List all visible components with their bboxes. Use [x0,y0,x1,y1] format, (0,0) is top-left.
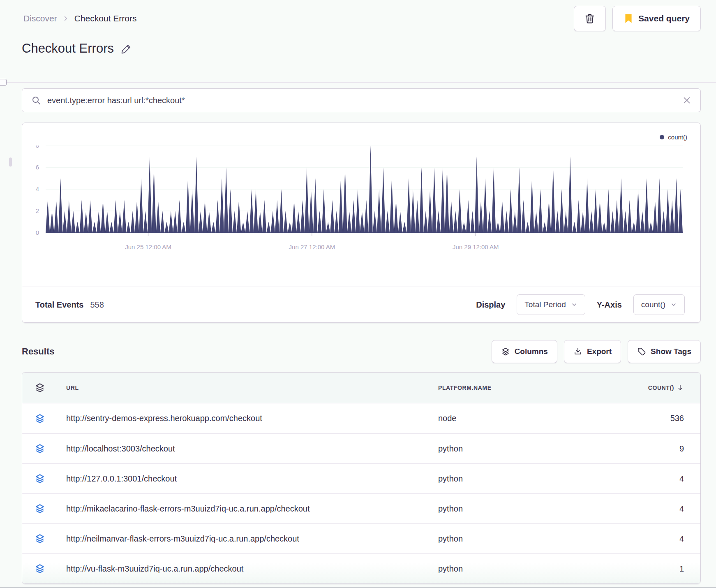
row-count: 4 [594,474,700,484]
row-platform: python [426,444,594,454]
yaxis-dropdown[interactable]: count() [633,294,685,315]
table-row[interactable]: http://mikaelacarino-flask-errors-m3uuiz… [22,493,700,523]
panel-collapse-handle[interactable] [0,79,7,86]
row-platform: python [426,564,594,574]
delete-query-button[interactable] [574,6,606,31]
table-row[interactable]: http://neilmanvar-flask-errors-m3uuizd7i… [22,523,700,553]
saved-query-label: Saved query [638,14,690,23]
columns-button[interactable]: Columns [492,340,557,363]
page-title: Checkout Errors [22,41,114,56]
svg-text:8: 8 [36,146,39,149]
chevron-down-icon [670,301,677,308]
breadcrumb-current: Checkout Errors [74,14,137,23]
chart-footer-controls: Display Total Period Y-Axis count() [476,294,685,315]
row-url[interactable]: http://127.0.0.1:3001/checkout [54,474,426,484]
row-count: 1 [594,564,700,574]
open-event-stack-icon[interactable] [22,563,54,574]
results-heading: Results [22,346,54,357]
results-table: URL PLATFORM.NAME COUNT() http://sentry-… [22,372,701,584]
yaxis-label: Y-Axis [597,300,622,310]
tag-icon [637,347,646,356]
open-event-stack-icon[interactable] [22,473,54,484]
clear-search-icon[interactable] [682,96,691,105]
chart-footer: Total Events 558 Display Total Period Y-… [22,287,700,322]
column-header-url[interactable]: URL [54,384,426,391]
total-events-label: Total Events [35,300,83,310]
row-platform: python [426,504,594,514]
row-url[interactable]: http://sentry-demos-express.herokuapp.co… [54,414,426,423]
events-area-chart: 02468Jun 25 12:00 AMJun 27 12:00 AMJun 2… [22,146,701,255]
export-icon [573,347,582,356]
row-count: 4 [594,534,700,544]
column-header-count-label: COUNT() [648,384,674,391]
legend-label: count() [668,134,687,141]
topbar: Discover Checkout Errors Saved query [23,6,701,31]
sort-desc-arrow-icon [677,384,684,391]
results-header: Results Columns Export Show Tags [22,340,701,363]
row-platform: python [426,474,594,484]
breadcrumb-discover-link[interactable]: Discover [23,14,57,23]
chart-legend-count[interactable]: count() [660,134,687,141]
svg-text:Jun 29 12:00 AM: Jun 29 12:00 AM [453,243,499,250]
row-url[interactable]: http://neilmanvar-flask-errors-m3uuizd7i… [54,534,426,544]
chevron-right-icon [62,15,69,22]
table-row[interactable]: http://sentry-demos-express.herokuapp.co… [22,403,700,433]
saved-query-button[interactable]: Saved query [612,6,701,31]
columns-button-label: Columns [515,347,548,356]
columns-icon [501,347,510,356]
discover-page: Discover Checkout Errors Saved query Che… [0,0,716,588]
column-header-count[interactable]: COUNT() [594,384,700,391]
svg-text:4: 4 [36,185,39,192]
yaxis-dropdown-value: count() [641,300,665,309]
breadcrumb: Discover Checkout Errors [23,14,136,23]
chevron-down-icon [571,301,577,308]
open-event-stack-icon[interactable] [22,533,54,544]
row-url[interactable]: http://localhost:3003/checkout [54,444,426,454]
table-row[interactable]: http://127.0.0.1:3001/checkout python 4 [22,463,700,493]
bookmark-icon [624,13,633,24]
search-query-text: event.type:error has:url url:*checkout* [47,96,185,105]
edit-title-pencil-icon[interactable] [120,42,133,55]
row-count: 536 [594,414,700,423]
display-dropdown[interactable]: Total Period [517,294,585,315]
display-label: Display [476,300,505,310]
topbar-actions: Saved query [574,6,701,31]
search-icon [31,95,41,105]
open-event-stack-icon[interactable] [22,443,54,454]
row-platform: node [426,414,594,423]
table-row[interactable]: http://localhost:3003/checkout python 9 [22,433,700,463]
title-row: Checkout Errors [22,41,133,56]
table-header-stack-icon [22,382,54,393]
show-tags-button-label: Show Tags [651,347,691,356]
legend-dot-icon [660,135,664,139]
scroll-pill [9,157,12,167]
column-header-platform[interactable]: PLATFORM.NAME [426,384,594,391]
svg-text:6: 6 [36,164,39,171]
row-url[interactable]: http://vu-flask-m3uuizd7iq-uc.a.run.app/… [54,564,426,574]
export-button[interactable]: Export [564,340,621,363]
row-count: 4 [594,504,700,514]
open-event-stack-icon[interactable] [22,503,54,514]
total-events-value: 558 [90,300,104,310]
row-url[interactable]: http://mikaelacarino-flask-errors-m3uuiz… [54,504,426,514]
trash-icon [584,12,596,25]
table-body: http://sentry-demos-express.herokuapp.co… [22,403,700,583]
display-dropdown-value: Total Period [524,300,566,309]
svg-text:Jun 27 12:00 AM: Jun 27 12:00 AM [289,243,335,250]
results-actions: Columns Export Show Tags [492,340,701,363]
svg-text:0: 0 [36,229,39,236]
header-divider [0,82,716,83]
row-platform: python [426,534,594,544]
show-tags-button[interactable]: Show Tags [628,340,701,363]
row-count: 9 [594,444,700,454]
table-row[interactable]: http://vu-flask-m3uuizd7iq-uc.a.run.app/… [22,553,700,583]
events-chart-card: count() 02468Jun 25 12:00 AMJun 27 12:00… [22,123,701,323]
svg-text:Jun 25 12:00 AM: Jun 25 12:00 AM [125,243,171,250]
search-bar[interactable]: event.type:error has:url url:*checkout* [22,88,701,112]
svg-text:2: 2 [36,207,39,214]
table-header-row: URL PLATFORM.NAME COUNT() [22,373,700,403]
open-event-stack-icon[interactable] [22,413,54,424]
export-button-label: Export [587,347,612,356]
